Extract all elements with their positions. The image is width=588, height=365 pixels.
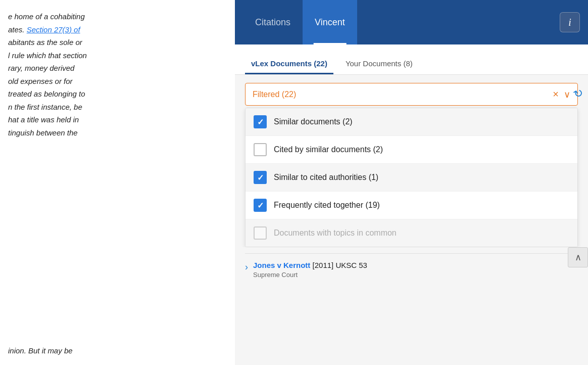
- sidebar-header: Citations Vincent i: [235, 0, 588, 44]
- scroll-up-icon: ∧: [575, 252, 581, 263]
- refresh-button[interactable]: ↻: [568, 83, 588, 104]
- doc-line-6: old expenses or for: [8, 75, 227, 88]
- checkbox-similar-cited[interactable]: [254, 171, 267, 184]
- filter-option-cited-by-similar[interactable]: Cited by similar documents (2): [246, 136, 577, 164]
- document-panel: e home of a cohabiting ates. Section 27(…: [0, 0, 235, 365]
- results-area: ∧ › Jones v Kernott [2011] UKSC 53 Supre…: [235, 247, 588, 283]
- doc-line-2: ates. Section 27(3) of: [8, 23, 227, 36]
- sub-tab-your-docs[interactable]: Your Documents (8): [339, 53, 419, 74]
- checkbox-topics-common: [254, 226, 267, 240]
- doc-line-7: treated as belonging to: [8, 87, 227, 101]
- filter-option-topics-common[interactable]: Documents with topics in common: [246, 219, 577, 247]
- result-title-link[interactable]: Jones v Kernott: [253, 261, 310, 269]
- scroll-up-button[interactable]: ∧: [568, 247, 588, 267]
- filter-bar[interactable]: Filtered (22) × ∨: [245, 83, 578, 106]
- result-expand-icon[interactable]: ›: [245, 262, 248, 272]
- result-content: Jones v Kernott [2011] UKSC 53 Supreme C…: [253, 261, 367, 279]
- tab-vincent[interactable]: Vincent: [303, 0, 357, 44]
- section-link[interactable]: Section 27(3) of: [27, 25, 80, 34]
- doc-line-10: tinguish between the: [8, 126, 227, 140]
- doc-line-8: n the first instance, be: [8, 101, 227, 114]
- result-title-suffix: [2011] UKSC 53: [310, 261, 367, 269]
- checkbox-cited-by-similar[interactable]: [254, 143, 267, 156]
- filter-option-similar-cited[interactable]: Similar to cited authorities (1): [246, 164, 577, 192]
- doc-line-4: l rule which that section: [8, 49, 227, 62]
- filter-option-similar-docs[interactable]: Similar documents (2): [246, 108, 577, 136]
- filter-option-label-similar-docs: Similar documents (2): [274, 117, 353, 126]
- sidebar-panel: Citations Vincent i vLex Documents (22) …: [235, 0, 588, 365]
- filter-area: Filtered (22) × ∨ ↻: [235, 75, 588, 106]
- filter-clear-icon[interactable]: ×: [553, 88, 559, 100]
- doc-line-9: hat a title was held in: [8, 113, 227, 126]
- result-subtitle: Supreme Court: [253, 271, 367, 279]
- info-button[interactable]: i: [560, 12, 580, 32]
- checkbox-frequently-cited[interactable]: [254, 199, 267, 212]
- filter-dropdown: Similar documents (2) Cited by similar d…: [245, 108, 578, 247]
- doc-line-5: rary, money derived: [8, 62, 227, 75]
- filter-option-label-topics-common: Documents with topics in common: [274, 229, 397, 238]
- doc-line-3: abitants as the sole or: [8, 36, 227, 49]
- result-item-jones-kernott[interactable]: › Jones v Kernott [2011] UKSC 53 Supreme…: [245, 253, 578, 283]
- filter-label: Filtered (22): [253, 90, 553, 99]
- checkbox-similar-docs[interactable]: [254, 115, 267, 128]
- doc-line-1: e home of a cohabiting: [8, 10, 227, 23]
- result-title: Jones v Kernott [2011] UKSC 53: [253, 261, 367, 270]
- filter-option-label-similar-cited: Similar to cited authorities (1): [274, 173, 378, 182]
- tab-citations[interactable]: Citations: [243, 0, 303, 44]
- sub-tabs-bar: vLex Documents (22) Your Documents (8): [235, 44, 588, 75]
- sub-tab-vlex-docs[interactable]: vLex Documents (22): [245, 53, 333, 74]
- refresh-icon: ↻: [571, 85, 586, 102]
- document-text: e home of a cohabiting ates. Section 27(…: [8, 10, 227, 139]
- filter-option-label-frequently-cited: Frequently cited together (19): [274, 201, 380, 210]
- filter-option-label-cited-by-similar: Cited by similar documents (2): [274, 145, 383, 154]
- filter-option-frequently-cited[interactable]: Frequently cited together (19): [246, 192, 577, 219]
- doc-bottom-line: inion. But it may be: [8, 346, 73, 355]
